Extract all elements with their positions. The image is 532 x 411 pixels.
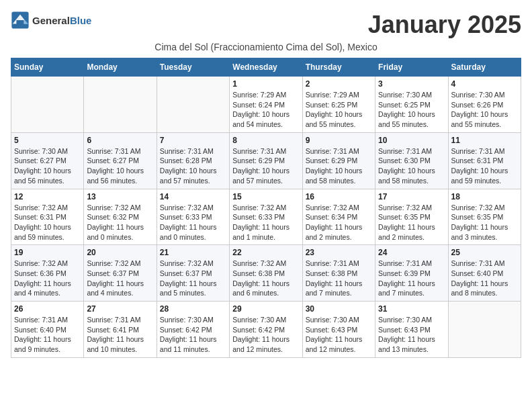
day-cell: 28Sunrise: 7:30 AM Sunset: 6:42 PM Dayli… [157, 302, 229, 358]
day-cell: 31Sunrise: 7:30 AM Sunset: 6:43 PM Dayli… [375, 302, 448, 358]
day-cell: 16Sunrise: 7:32 AM Sunset: 6:34 PM Dayli… [302, 189, 375, 245]
day-cell: 14Sunrise: 7:32 AM Sunset: 6:33 PM Dayli… [157, 189, 229, 245]
day-info: Sunrise: 7:30 AM Sunset: 6:25 PM Dayligh… [378, 90, 445, 130]
day-number: 28 [160, 304, 226, 314]
day-cell: 24Sunrise: 7:31 AM Sunset: 6:39 PM Dayli… [375, 245, 448, 302]
day-cell: 22Sunrise: 7:32 AM Sunset: 6:38 PM Dayli… [230, 245, 302, 302]
day-number: 1 [232, 79, 299, 89]
day-number: 8 [232, 136, 299, 145]
day-number: 20 [87, 248, 153, 257]
day-cell: 4Sunrise: 7:30 AM Sunset: 6:26 PM Daylig… [448, 77, 521, 133]
day-header-wednesday: Wednesday [230, 58, 302, 77]
day-cell: 21Sunrise: 7:32 AM Sunset: 6:37 PM Dayli… [157, 245, 229, 302]
day-cell: 5Sunrise: 7:30 AM Sunset: 6:27 PM Daylig… [11, 132, 84, 189]
day-header-tuesday: Tuesday [157, 58, 229, 77]
day-number: 2 [306, 79, 372, 89]
day-info: Sunrise: 7:31 AM Sunset: 6:41 PM Dayligh… [87, 315, 153, 355]
day-number: 18 [451, 192, 518, 201]
day-header-monday: Monday [84, 58, 157, 77]
day-info: Sunrise: 7:32 AM Sunset: 6:37 PM Dayligh… [87, 259, 153, 298]
day-cell: 26Sunrise: 7:31 AM Sunset: 6:40 PM Dayli… [11, 302, 84, 358]
day-header-thursday: Thursday [302, 58, 375, 77]
day-number: 12 [14, 192, 81, 201]
month-title: January 2025 [368, 11, 521, 39]
day-number: 21 [160, 248, 226, 257]
day-cell: 23Sunrise: 7:31 AM Sunset: 6:38 PM Dayli… [302, 245, 375, 302]
day-info: Sunrise: 7:31 AM Sunset: 6:30 PM Dayligh… [378, 146, 445, 186]
day-cell: 29Sunrise: 7:30 AM Sunset: 6:42 PM Dayli… [230, 302, 302, 358]
day-info: Sunrise: 7:31 AM Sunset: 6:31 PM Dayligh… [451, 146, 518, 186]
day-info: Sunrise: 7:31 AM Sunset: 6:40 PM Dayligh… [451, 259, 518, 298]
day-cell: 20Sunrise: 7:32 AM Sunset: 6:37 PM Dayli… [84, 245, 157, 302]
svg-rect-2 [16, 20, 24, 25]
logo-general: General [32, 15, 70, 26]
day-cell [448, 302, 521, 358]
logo: GeneralBlue [11, 11, 91, 30]
day-number: 9 [306, 136, 372, 145]
day-number: 17 [378, 192, 445, 201]
day-header-saturday: Saturday [448, 58, 521, 77]
day-number: 13 [87, 192, 153, 201]
day-number: 29 [232, 304, 299, 314]
day-number: 7 [160, 136, 226, 145]
day-info: Sunrise: 7:30 AM Sunset: 6:43 PM Dayligh… [306, 315, 372, 355]
day-cell: 25Sunrise: 7:31 AM Sunset: 6:40 PM Dayli… [448, 245, 521, 302]
day-info: Sunrise: 7:30 AM Sunset: 6:27 PM Dayligh… [14, 146, 81, 186]
day-info: Sunrise: 7:32 AM Sunset: 6:37 PM Dayligh… [160, 259, 226, 298]
day-cell: 27Sunrise: 7:31 AM Sunset: 6:41 PM Dayli… [84, 302, 157, 358]
day-info: Sunrise: 7:31 AM Sunset: 6:39 PM Dayligh… [378, 259, 445, 298]
day-number: 4 [451, 79, 518, 89]
day-header-friday: Friday [375, 58, 448, 77]
week-row-3: 12Sunrise: 7:32 AM Sunset: 6:31 PM Dayli… [11, 189, 521, 245]
day-info: Sunrise: 7:32 AM Sunset: 6:35 PM Dayligh… [451, 203, 518, 242]
day-number: 16 [306, 192, 372, 201]
day-cell: 30Sunrise: 7:30 AM Sunset: 6:43 PM Dayli… [302, 302, 375, 358]
day-info: Sunrise: 7:30 AM Sunset: 6:26 PM Dayligh… [451, 90, 518, 130]
day-cell: 9Sunrise: 7:31 AM Sunset: 6:29 PM Daylig… [302, 132, 375, 189]
day-info: Sunrise: 7:32 AM Sunset: 6:33 PM Dayligh… [232, 203, 299, 242]
day-number: 11 [451, 136, 518, 145]
day-number: 22 [232, 248, 299, 257]
day-number: 31 [378, 304, 445, 314]
day-cell: 18Sunrise: 7:32 AM Sunset: 6:35 PM Dayli… [448, 189, 521, 245]
day-info: Sunrise: 7:29 AM Sunset: 6:24 PM Dayligh… [232, 90, 299, 130]
day-info: Sunrise: 7:32 AM Sunset: 6:36 PM Dayligh… [14, 259, 81, 298]
day-info: Sunrise: 7:31 AM Sunset: 6:40 PM Dayligh… [14, 315, 81, 355]
day-number: 27 [87, 304, 153, 314]
week-row-1: 1Sunrise: 7:29 AM Sunset: 6:24 PM Daylig… [11, 77, 521, 133]
day-info: Sunrise: 7:29 AM Sunset: 6:25 PM Dayligh… [306, 90, 372, 130]
day-number: 23 [306, 248, 372, 257]
day-number: 3 [378, 79, 445, 89]
day-info: Sunrise: 7:32 AM Sunset: 6:35 PM Dayligh… [378, 203, 445, 242]
day-number: 19 [14, 248, 81, 257]
day-number: 10 [378, 136, 445, 145]
week-row-5: 26Sunrise: 7:31 AM Sunset: 6:40 PM Dayli… [11, 302, 521, 358]
day-cell: 8Sunrise: 7:31 AM Sunset: 6:29 PM Daylig… [230, 132, 302, 189]
day-cell: 6Sunrise: 7:31 AM Sunset: 6:27 PM Daylig… [84, 132, 157, 189]
day-cell: 10Sunrise: 7:31 AM Sunset: 6:30 PM Dayli… [375, 132, 448, 189]
day-number: 25 [451, 248, 518, 257]
day-header-sunday: Sunday [11, 58, 84, 77]
day-cell: 11Sunrise: 7:31 AM Sunset: 6:31 PM Dayli… [448, 132, 521, 189]
day-cell: 17Sunrise: 7:32 AM Sunset: 6:35 PM Dayli… [375, 189, 448, 245]
day-info: Sunrise: 7:30 AM Sunset: 6:43 PM Dayligh… [378, 315, 445, 355]
day-number: 14 [160, 192, 226, 201]
day-number: 5 [14, 136, 81, 145]
day-info: Sunrise: 7:32 AM Sunset: 6:34 PM Dayligh… [306, 203, 372, 242]
logo-blue: Blue [70, 15, 92, 26]
logo-text: GeneralBlue [32, 15, 91, 26]
day-header-row: SundayMondayTuesdayWednesdayThursdayFrid… [11, 58, 521, 77]
day-info: Sunrise: 7:30 AM Sunset: 6:42 PM Dayligh… [232, 315, 299, 355]
day-cell: 7Sunrise: 7:31 AM Sunset: 6:28 PM Daylig… [157, 132, 229, 189]
header: GeneralBlue January 2025 [11, 11, 521, 39]
day-cell: 3Sunrise: 7:30 AM Sunset: 6:25 PM Daylig… [375, 77, 448, 133]
day-number: 26 [14, 304, 81, 314]
day-info: Sunrise: 7:32 AM Sunset: 6:33 PM Dayligh… [160, 203, 226, 242]
day-cell: 2Sunrise: 7:29 AM Sunset: 6:25 PM Daylig… [302, 77, 375, 133]
day-cell: 15Sunrise: 7:32 AM Sunset: 6:33 PM Dayli… [230, 189, 302, 245]
day-cell [84, 77, 157, 133]
calendar-table: SundayMondayTuesdayWednesdayThursdayFrid… [11, 58, 521, 358]
day-info: Sunrise: 7:31 AM Sunset: 6:27 PM Dayligh… [87, 146, 153, 186]
day-cell: 13Sunrise: 7:32 AM Sunset: 6:32 PM Dayli… [84, 189, 157, 245]
logo-icon [11, 11, 30, 30]
